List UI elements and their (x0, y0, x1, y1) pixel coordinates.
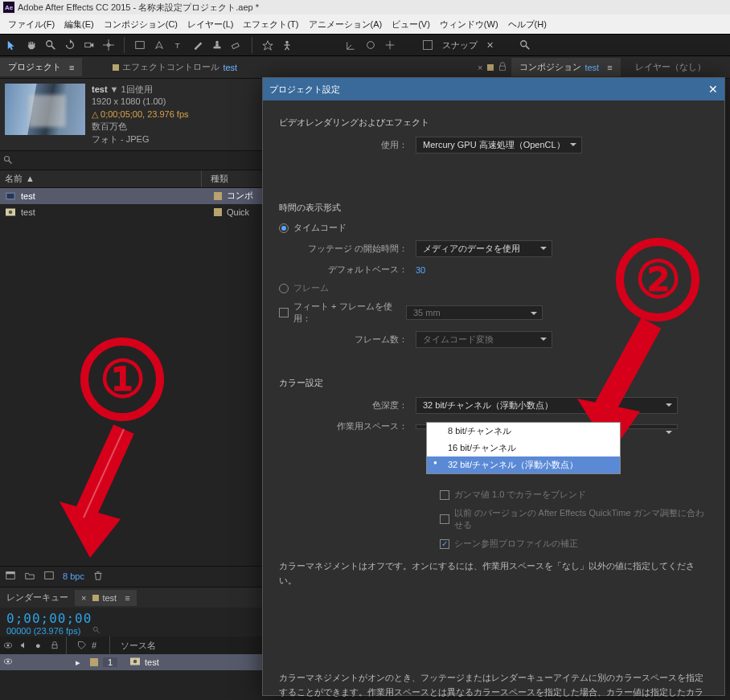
color-swatch[interactable] (214, 192, 222, 200)
svg-point-0 (47, 41, 52, 47)
color-management-off-text: カラーマネジメントはオフです。オンにするには、作業用スペースを「なし」以外の値に… (279, 559, 708, 587)
project-row-comp[interactable]: test コンポ (0, 188, 262, 204)
anchor-tool-icon[interactable] (101, 38, 116, 52)
interpret-footage-icon[interactable] (5, 570, 16, 583)
menu-edit[interactable]: 編集(E) (59, 17, 99, 32)
new-comp-icon[interactable] (43, 570, 55, 583)
project-search[interactable] (0, 151, 262, 170)
renderer-dropdown[interactable]: Mercury GPU 高速処理（OpenCL） (416, 137, 582, 154)
frames-radio[interactable] (279, 284, 289, 293)
source-name-header[interactable]: ソース名 (121, 640, 156, 652)
menu-effect[interactable]: エフェクト(T) (238, 17, 303, 32)
axis-tool-icon[interactable] (363, 38, 378, 52)
project-list-header: 名前 ▲ 種類 (0, 170, 262, 188)
timeline-tabs: レンダーキュー × test ≡ (0, 587, 265, 608)
panel-tabs-left: プロジェクト ≡ エフェクトコントロール test (0, 56, 473, 79)
selection-tool-icon[interactable] (5, 38, 19, 52)
scene-ref-label: シーン参照プロファイルの補正 (454, 538, 578, 550)
roto-tool-icon[interactable] (260, 38, 275, 52)
text-tool-icon[interactable]: T (171, 38, 186, 52)
eraser-tool-icon[interactable] (229, 38, 244, 52)
depth-dropdown-popup: 8 bit/チャンネル 16 bit/チャンネル 32 bit/チャンネル（浮動… (426, 422, 621, 474)
col-name-label[interactable]: 名前 (5, 173, 23, 185)
section-time-display: 時間の表示形式 (279, 202, 708, 214)
footage-name: test (92, 84, 108, 94)
tab-layer-none[interactable]: レイヤー（なし） (627, 58, 714, 76)
tab-effect-controls[interactable]: エフェクトコントロール test (105, 58, 245, 76)
current-timecode[interactable]: 0;00;00;00 (6, 611, 259, 626)
panel-tabs-right: × コンポジション test ≡ レイヤー（なし） (473, 56, 730, 79)
audio-col-icon (19, 641, 31, 650)
new-folder-icon[interactable] (24, 570, 35, 583)
tab-timeline-comp-label: test (102, 593, 117, 603)
svg-point-10 (215, 41, 219, 44)
footage-info: test ▼ 1回使用 1920 x 1080 (1.00) △ 0;00;05… (0, 79, 262, 151)
menu-file[interactable]: ファイル(F) (3, 17, 59, 32)
tab-project[interactable]: プロジェクト ≡ (0, 58, 82, 76)
footage-format: フォト - JPEG (92, 133, 189, 145)
dialog-titlebar[interactable]: プロジェクト設定 ✕ (263, 78, 724, 100)
layer-row[interactable]: ▸ 1 test (0, 654, 265, 670)
brush-tool-icon[interactable] (191, 38, 205, 52)
layer-number: 1 (103, 657, 117, 667)
snap-options-icon[interactable]: ✕ (482, 38, 497, 52)
camera-tool-icon[interactable] (82, 38, 96, 52)
timecode-radio[interactable] (279, 223, 289, 233)
axis-tool-icon[interactable] (383, 38, 397, 52)
gamma-blend-checkbox[interactable] (440, 490, 449, 500)
tab-render-queue[interactable]: レンダーキュー (0, 588, 75, 607)
puppet-tool-icon[interactable] (280, 38, 294, 52)
tab-effect-controls-label: エフェクトコントロール (122, 61, 219, 73)
search-help-icon[interactable] (518, 38, 532, 52)
depth-option-8bit[interactable]: 8 bit/チャンネル (427, 423, 620, 440)
depth-option-32bit[interactable]: 32 bit/チャンネル（浮動小数点） (427, 456, 620, 473)
tab-render-queue-label: レンダーキュー (6, 592, 68, 604)
tab-composition[interactable]: コンポジション test ≡ (511, 58, 620, 76)
search-icon[interactable] (92, 626, 100, 636)
menu-view[interactable]: ビュー(V) (387, 17, 435, 32)
callout-two: ② (616, 238, 699, 321)
twirl-icon[interactable]: ▸ (76, 657, 85, 668)
footage-dimensions: 1920 x 1080 (1.00) (92, 96, 189, 108)
legacy-qt-checkbox[interactable] (440, 514, 449, 524)
rotate-tool-icon[interactable] (63, 38, 77, 52)
svg-rect-33 (6, 571, 15, 574)
menu-composition[interactable]: コンポジション(C) (99, 17, 182, 32)
svg-rect-39 (52, 645, 57, 649)
feet-frames-checkbox[interactable] (279, 308, 289, 317)
eye-toggle-icon[interactable] (3, 657, 13, 668)
quicktime-icon (5, 208, 16, 216)
layer-name[interactable]: test (145, 657, 159, 667)
zoom-tool-icon[interactable] (43, 38, 58, 52)
svg-rect-8 (214, 47, 221, 49)
layer-color-swatch[interactable] (90, 658, 98, 666)
menu-animation[interactable]: アニメーション(A) (304, 17, 388, 32)
pen-tool-icon[interactable] (152, 38, 166, 52)
menu-window[interactable]: ウィンドウ(W) (435, 17, 503, 32)
menu-help[interactable]: ヘルプ(H) (503, 17, 552, 32)
axis-tool-icon[interactable] (344, 38, 359, 52)
depth-option-16bit[interactable]: 16 bit/チャンネル (427, 440, 620, 456)
footage-start-dropdown[interactable]: メディアのデータを使用 (416, 240, 552, 257)
color-swatch[interactable] (214, 208, 222, 216)
snap-checkbox[interactable] (423, 40, 433, 50)
bpc-indicator[interactable]: 8 bpc (63, 571, 84, 581)
tab-timeline-comp[interactable]: × test ≡ (75, 590, 137, 606)
tab-composition-target: test (584, 63, 599, 72)
label-col-icon (77, 641, 87, 650)
feet-frames-dropdown[interactable]: 35 mm (406, 305, 543, 320)
project-row-footage[interactable]: test Quick (0, 204, 262, 220)
default-base-value[interactable]: 30 (416, 265, 425, 275)
col-type-label[interactable]: 種類 (211, 173, 262, 185)
hand-tool-icon[interactable] (24, 38, 39, 52)
scene-ref-checkbox[interactable] (440, 539, 449, 549)
trash-icon[interactable] (92, 570, 104, 583)
footage-details: test ▼ 1回使用 1920 x 1080 (1.00) △ 0;00;05… (92, 84, 189, 145)
frame-count-dropdown[interactable]: タイムコード変換 (416, 331, 552, 348)
stamp-tool-icon[interactable] (210, 38, 224, 52)
menu-layer[interactable]: レイヤー(L) (182, 17, 238, 32)
svg-point-35 (93, 627, 97, 631)
rect-tool-icon[interactable] (133, 38, 147, 52)
footage-uses: ▼ 1回使用 (108, 84, 153, 94)
close-icon[interactable]: ✕ (708, 83, 718, 96)
